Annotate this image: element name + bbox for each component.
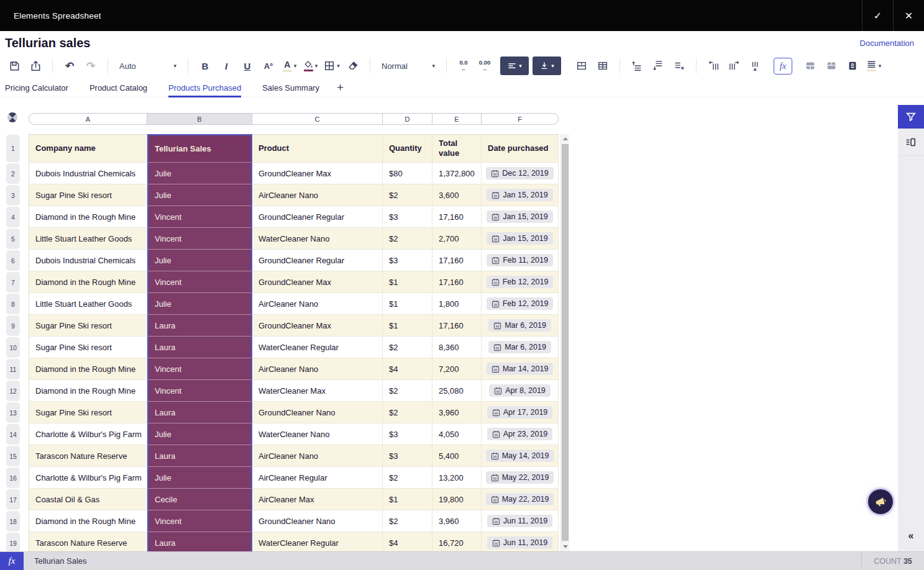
header-date-purchased[interactable]: Date purchased <box>482 134 559 163</box>
vertical-align-button[interactable]: ▾ <box>533 57 561 75</box>
announcements-button[interactable] <box>868 489 893 514</box>
cell-date[interactable]: Feb 12, 2019 <box>482 293 559 315</box>
save-button[interactable] <box>5 57 24 75</box>
date-chip[interactable]: Apr 23, 2019 <box>487 428 553 440</box>
text-color-button[interactable]: A ▾ <box>280 57 299 75</box>
row-number[interactable]: 8 <box>6 294 20 314</box>
increase-decimals-button[interactable]: 0.00→ <box>475 57 494 75</box>
cell-salesperson[interactable]: Julie <box>147 184 252 206</box>
cell-date[interactable]: May 14, 2019 <box>482 445 559 467</box>
cell-product[interactable]: GroundCleaner Max <box>252 163 383 184</box>
cell-company[interactable]: Sugar Pine Ski resort <box>29 402 147 423</box>
header-product[interactable]: Product <box>252 134 383 163</box>
cell-product[interactable]: WaterCleaner Regular <box>252 337 383 358</box>
cell-quantity[interactable]: $1 <box>383 489 432 510</box>
cell-quantity[interactable]: $1 <box>383 271 432 293</box>
merge-cells-button[interactable] <box>572 57 591 75</box>
cell-product[interactable]: AirCleaner Max <box>252 489 383 510</box>
row-height-button[interactable]: ▾ <box>864 57 883 75</box>
cell-product[interactable]: AirCleaner Nano <box>252 184 383 206</box>
cell-total-value[interactable]: 3,600 <box>432 184 482 206</box>
cell-product[interactable]: WaterCleaner Max <box>252 380 383 402</box>
cell-quantity[interactable]: $4 <box>383 358 432 380</box>
cell-product[interactable]: GroundCleaner Regular <box>252 206 383 228</box>
header-quantity[interactable]: Quantity <box>383 134 432 163</box>
cell-total-value[interactable]: 25,080 <box>432 380 482 402</box>
cell-product[interactable]: WaterCleaner Nano <box>252 423 383 445</box>
cell-salesperson[interactable]: Laura <box>147 445 252 467</box>
date-chip[interactable]: Apr 8, 2019 <box>489 384 551 397</box>
cell-salesperson[interactable]: Laura <box>147 532 252 551</box>
cell-total-value[interactable]: 17,160 <box>432 315 482 337</box>
cell-company[interactable]: Coastal Oil & Gas <box>29 489 147 510</box>
formula-bar-text[interactable]: Tellurian Sales <box>24 556 861 566</box>
cell-company[interactable]: Charlotte & Wilbur's Pig Farm <box>29 467 147 489</box>
cell-company[interactable]: Sugar Pine Ski resort <box>29 315 147 337</box>
cell-date[interactable]: Mar 6, 2019 <box>482 337 559 358</box>
horizontal-align-button[interactable]: ▾ <box>500 57 529 75</box>
cell-product[interactable]: AirCleaner Nano <box>252 358 383 380</box>
cell-company[interactable]: Diamond in the Rough Mine <box>29 206 147 228</box>
row-number[interactable]: 12 <box>6 381 20 401</box>
row-number[interactable]: 6 <box>6 250 20 271</box>
cell-salesperson[interactable]: Julie <box>147 163 252 184</box>
cell-quantity[interactable]: $2 <box>383 467 432 489</box>
cell-product[interactable]: GroundCleaner Nano <box>252 402 383 423</box>
header-company-name[interactable]: Company name <box>29 134 147 163</box>
cell-total-value[interactable]: 8,360 <box>432 337 482 358</box>
font-size-button[interactable]: A° <box>259 57 278 75</box>
date-chip[interactable]: May 22, 2019 <box>486 493 554 505</box>
header-tellurian-sales[interactable]: Tellurian Sales <box>147 134 252 163</box>
row-number[interactable]: 10 <box>6 337 20 358</box>
row-number[interactable]: 3 <box>6 185 20 206</box>
row-number[interactable]: 17 <box>6 489 20 510</box>
row-number[interactable]: 4 <box>6 207 20 227</box>
row-number[interactable]: 18 <box>6 511 20 532</box>
cell-salesperson[interactable]: Vincent <box>147 206 252 228</box>
cell-total-value[interactable]: 17,160 <box>432 271 482 293</box>
scroll-up-arrow[interactable] <box>561 134 570 143</box>
date-chip[interactable]: Mar 6, 2019 <box>488 319 551 332</box>
formula-bar-button[interactable]: fx <box>0 552 24 570</box>
cell-total-value[interactable]: 13,200 <box>432 467 482 489</box>
cell-total-value[interactable]: 17,160 <box>432 250 482 271</box>
date-chip[interactable]: Jan 15, 2019 <box>487 232 552 245</box>
cell-company[interactable]: Diamond in the Rough Mine <box>29 380 147 402</box>
date-chip[interactable]: Jan 15, 2019 <box>487 189 552 201</box>
cell-product[interactable]: GroundCleaner Regular <box>252 250 383 271</box>
column-letter-b[interactable]: B <box>147 114 252 124</box>
cell-product[interactable]: GroundCleaner Max <box>252 271 383 293</box>
cell-quantity[interactable]: $3 <box>383 206 432 228</box>
insert-column-left-button[interactable] <box>704 57 723 75</box>
cell-total-value[interactable]: 19,800 <box>432 489 482 510</box>
cell-product[interactable]: GroundCleaner Nano <box>252 510 383 532</box>
row-number[interactable]: 16 <box>6 468 20 488</box>
cell-date[interactable]: Jan 15, 2019 <box>482 184 559 206</box>
unmerge-cells-button[interactable] <box>593 57 612 75</box>
scroll-down-arrow[interactable] <box>561 542 570 551</box>
header-total-value[interactable]: Total value <box>432 134 482 163</box>
row-number[interactable]: 5 <box>6 228 20 249</box>
cell-date[interactable]: Apr 8, 2019 <box>482 380 559 402</box>
column-letter-f[interactable]: F <box>482 114 558 124</box>
decrease-decimals-button[interactable]: 0.0← <box>454 57 473 75</box>
cell-date[interactable]: Jan 15, 2019 <box>482 228 559 250</box>
fill-color-button[interactable]: ▾ <box>301 57 320 75</box>
cell-quantity[interactable]: $2 <box>383 380 432 402</box>
add-sheet-button[interactable]: + <box>337 81 344 94</box>
date-chip[interactable]: Dec 12, 2019 <box>486 167 553 179</box>
cell-company[interactable]: Diamond in the Rough Mine <box>29 358 147 380</box>
cell-date[interactable]: Jun 11, 2019 <box>482 510 559 532</box>
cell-product[interactable]: AirCleaner Regular <box>252 467 383 489</box>
cell-salesperson[interactable]: Julie <box>147 423 252 445</box>
close-button[interactable]: ✕ <box>893 0 924 31</box>
cell-quantity[interactable]: $2 <box>383 228 432 250</box>
cell-total-value[interactable]: 16,720 <box>432 532 482 551</box>
date-chip[interactable]: May 14, 2019 <box>486 450 554 462</box>
cell-product[interactable]: AirCleaner Nano <box>252 293 383 315</box>
cell-salesperson[interactable]: Vincent <box>147 380 252 402</box>
cell-company[interactable]: Dubois Industrial Chemicals <box>29 163 147 184</box>
cell-company[interactable]: Charlotte & Wilbur's Pig Farm <box>29 423 147 445</box>
cell-product[interactable]: WaterCleaner Nano <box>252 228 383 250</box>
row-number[interactable]: 15 <box>6 446 20 466</box>
